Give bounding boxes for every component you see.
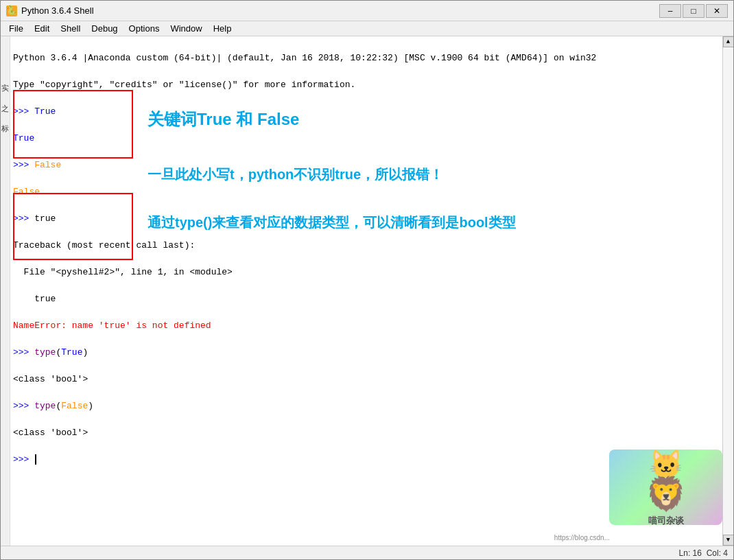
annotation-true-false: 关键词True 和 False (147, 108, 299, 130)
line-class-bool-1: <class 'bool'> (13, 373, 720, 386)
close-button[interactable]: ✕ (706, 4, 728, 18)
line-traceback: Traceback (most recent call last): (13, 239, 720, 253)
sidebar: 实 之 标 (1, 36, 10, 546)
main-window: Python 3.6.4 Shell – □ ✕ File Edit Shell… (0, 0, 734, 560)
annotation-type: 通过type()来查看对应的数据类型，可以清晰看到是bool类型 (147, 213, 516, 232)
line-prompt-type-false: >>> type(False) (13, 399, 720, 413)
line-output-false: False (13, 185, 720, 199)
scroll-down-button[interactable]: ▼ (723, 535, 734, 546)
menu-file[interactable]: File (3, 22, 29, 35)
line-class-bool-2: <class 'bool'> (13, 426, 720, 440)
maximize-button[interactable]: □ (683, 4, 705, 18)
menu-options[interactable]: Options (123, 22, 165, 35)
scroll-up-button[interactable]: ▲ (723, 36, 734, 47)
minimize-button[interactable]: – (659, 4, 681, 18)
menu-bar: File Edit Shell Debug Options Window Hel… (1, 21, 733, 36)
line-prompt-1: >>> True (13, 105, 720, 119)
line-file: File "<pyshell#2>", line 1, in <module> (13, 266, 720, 279)
header-line1: Python 3.6.4 |Anaconda custom (64-bit)| … (13, 51, 720, 65)
blog-badge: 🐱 🦁 喵司杂谈 (609, 450, 722, 525)
window-title: Python 3.6.4 Shell (21, 5, 659, 16)
line-true-lower: true (13, 292, 720, 306)
mascot-emoji2: 🦁 (646, 475, 687, 515)
blog-name: 喵司杂谈 (648, 515, 684, 526)
menu-help[interactable]: Help (208, 22, 237, 35)
annotation-error: 一旦此处小写t，python不识别true，所以报错！ (147, 165, 443, 184)
menu-window[interactable]: Window (165, 22, 207, 35)
scrollbar[interactable]: ▲ ▼ (722, 36, 733, 546)
url-watermark: https://blog.csdn... (554, 534, 610, 541)
shell-text-area[interactable]: Python 3.6.4 |Anaconda custom (64-bit)| … (10, 36, 722, 494)
status-bar: Ln: 16 Col: 4 (1, 546, 733, 559)
window-controls: – □ ✕ (659, 4, 728, 18)
title-bar: Python 3.6.4 Shell – □ ✕ (1, 1, 733, 21)
line-output-true: True (13, 132, 720, 145)
line-prompt-type-true: >>> type(True) (13, 346, 720, 360)
menu-shell[interactable]: Shell (55, 22, 86, 35)
menu-edit[interactable]: Edit (29, 22, 55, 35)
ln-col-status: Ln: 16 Col: 4 (679, 548, 728, 558)
app-icon (6, 5, 17, 16)
header-line2: Type "copyright", "credits" or "license(… (13, 78, 720, 92)
line-nameerror: NameError: name 'true' is not defined (13, 319, 720, 333)
scroll-track[interactable] (723, 47, 733, 535)
menu-debug[interactable]: Debug (86, 22, 123, 35)
